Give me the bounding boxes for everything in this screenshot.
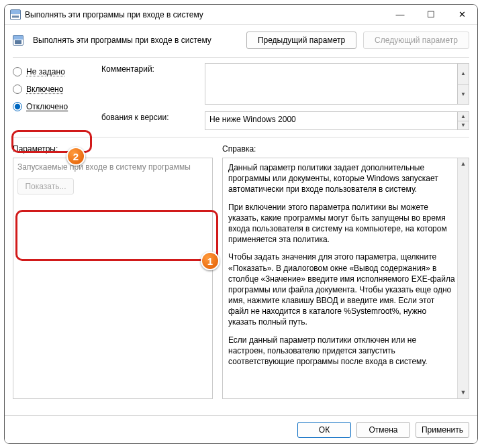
help-paragraph: Если данный параметр политики отключен и… — [228, 335, 455, 368]
radio-disabled[interactable]: Отключено — [13, 102, 92, 111]
next-setting-button: Следующий параметр — [363, 32, 469, 49]
version-value: Не ниже Windows 2000 — [209, 115, 296, 124]
spin-up-icon[interactable]: ▲ — [457, 64, 469, 84]
window-controls: — ☐ ✕ — [385, 5, 477, 24]
help-paragraph: При включении этого параметра политики в… — [228, 202, 455, 245]
version-spinner: ▲ ▼ — [457, 112, 469, 129]
scroll-up-icon[interactable]: ▲ — [458, 158, 469, 170]
state-radios: Не задано Включено Отключено — [13, 63, 92, 130]
help-section-label: Справка: — [222, 144, 469, 154]
minimize-button[interactable]: — — [385, 5, 416, 24]
radio-enabled-input[interactable] — [13, 85, 22, 94]
spin-up-icon[interactable]: ▲ — [457, 112, 469, 121]
help-scrollbar[interactable]: ▲ ▼ — [457, 158, 469, 398]
version-field: Не ниже Windows 2000 ▲ ▼ — [205, 111, 469, 130]
lower-body: Параметры: Запускаемые при входе в систе… — [5, 137, 477, 399]
help-paragraph: Чтобы задать значения для этого параметр… — [228, 251, 455, 327]
help-textbox[interactable]: Данный параметр политики задает дополнит… — [222, 158, 469, 399]
header-row: Выполнять эти программы при входе в сист… — [5, 25, 477, 57]
client-area: Выполнять эти программы при входе в сист… — [5, 25, 477, 443]
scroll-down-icon[interactable]: ▼ — [458, 387, 469, 398]
titlebar[interactable]: Выполнять эти программы при входе в сист… — [5, 5, 477, 25]
right-top: Комментарий: ▲ ▼ бования к версии: Не ни… — [101, 63, 469, 130]
radio-not-configured-label: Не задано — [26, 67, 65, 76]
params-box: Запускаемые при входе в систему программ… — [13, 158, 213, 399]
comment-row: Комментарий: ▲ ▼ — [101, 63, 469, 105]
step-badge-2: 2 — [66, 147, 85, 166]
radio-not-configured[interactable]: Не задано — [13, 67, 92, 76]
dialog-footer: ОК Отмена Применить — [5, 415, 477, 443]
spin-down-icon[interactable]: ▼ — [457, 121, 469, 130]
step-badge-1: 1 — [201, 251, 220, 270]
policy-title: Выполнять эти программы при входе в сист… — [33, 36, 240, 45]
comment-label: Комментарий: — [101, 63, 199, 74]
window-title: Выполнять эти программы при входе в сист… — [25, 10, 385, 19]
policy-icon — [13, 35, 23, 46]
ok-button[interactable]: ОК — [297, 422, 351, 438]
radio-disabled-input[interactable] — [13, 102, 22, 111]
cancel-button[interactable]: Отмена — [356, 422, 410, 438]
help-paragraph: Данный параметр политики задает дополнит… — [228, 162, 455, 195]
radio-disabled-label: Отключено — [26, 102, 68, 111]
comment-textarea[interactable]: ▲ ▼ — [205, 63, 469, 105]
version-label: бования к версии: — [101, 111, 199, 122]
upper-body: Не задано Включено Отключено Комментарий… — [5, 58, 477, 130]
radio-enabled[interactable]: Включено — [13, 85, 92, 94]
policy-icon — [10, 9, 21, 20]
comment-spinner: ▲ ▼ — [457, 64, 469, 104]
apply-button[interactable]: Применить — [416, 422, 469, 438]
radio-enabled-label: Включено — [26, 85, 63, 94]
prev-setting-button[interactable]: Предыдущий параметр — [246, 32, 356, 49]
dialog-window: Выполнять эти программы при входе в сист… — [4, 4, 478, 444]
spin-down-icon[interactable]: ▼ — [457, 84, 469, 105]
params-inner-title: Запускаемые при входе в систему программ… — [17, 162, 208, 172]
close-button[interactable]: ✕ — [446, 5, 477, 24]
show-button: Показать... — [17, 178, 74, 194]
version-row: бования к версии: Не ниже Windows 2000 ▲… — [101, 111, 469, 130]
params-column: Параметры: Запускаемые при входе в систе… — [13, 144, 213, 399]
help-column: Справка: Данный параметр политики задает… — [222, 144, 469, 399]
params-section-label: Параметры: — [13, 144, 213, 154]
maximize-button[interactable]: ☐ — [416, 5, 446, 24]
radio-not-configured-input[interactable] — [13, 67, 22, 76]
